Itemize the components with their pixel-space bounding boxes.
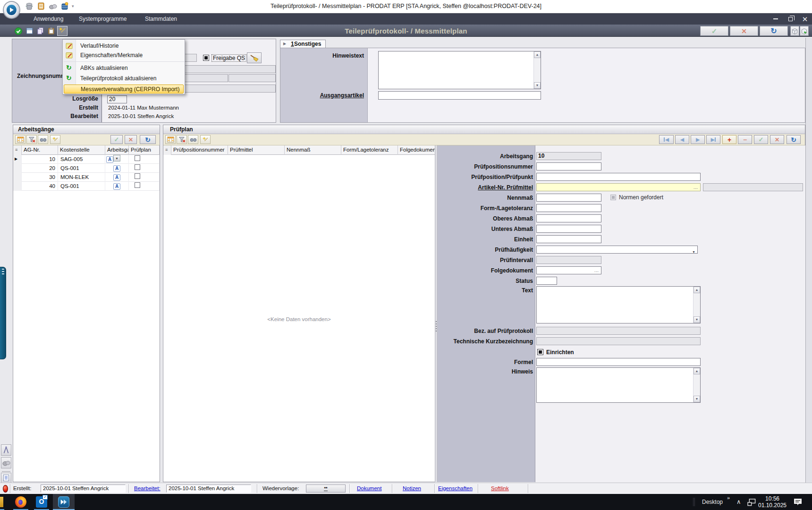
menu-item-teilepruefprotokoll-aktualisieren[interactable]: ↻ Teileprüfprotokoll aktualisieren xyxy=(63,74,185,83)
minimize-button[interactable] xyxy=(769,13,783,25)
hinweistext-textarea[interactable]: ▲ ▼ xyxy=(378,51,541,89)
wiedervorlage-button[interactable]: ** xyxy=(306,484,346,493)
eigenschaften-link[interactable]: Eigenschaften xyxy=(438,485,473,491)
formel-input[interactable] xyxy=(536,358,701,366)
freigabe-qs-checkbox[interactable] xyxy=(203,55,209,61)
statusbar-bearbeitet-link[interactable]: Bearbeitet: xyxy=(134,485,161,491)
add-row-button[interactable]: + xyxy=(722,135,736,144)
notes-tool-button[interactable] xyxy=(1,473,11,483)
table-row[interactable]: 40 QS-001 A xyxy=(13,182,160,191)
search-button[interactable] xyxy=(38,135,48,144)
status-input[interactable] xyxy=(536,277,557,285)
search-button[interactable] xyxy=(188,135,198,144)
ellipsis-icon[interactable]: ... xyxy=(694,184,698,191)
pruefplan-checkbox[interactable] xyxy=(135,173,140,179)
close-button[interactable]: ✕ xyxy=(798,13,812,25)
combo-arrow-icon[interactable]: ▼ xyxy=(692,248,695,254)
table-row[interactable]: 30 MON-ELEK A xyxy=(13,173,160,182)
artikel-nr-pruefmittel-label[interactable]: Artikel-Nr. Prüfmittel xyxy=(440,184,533,191)
right-collapsed-strip[interactable] xyxy=(805,38,812,483)
einrichten-checkbox[interactable] xyxy=(537,349,543,355)
scrollbar[interactable]: ▲ ▼ xyxy=(693,368,700,402)
combo-arrow-icon[interactable]: ▼ xyxy=(113,155,120,162)
desktop-toolbar-label[interactable]: Desktop xyxy=(702,499,723,505)
folgedokument-input[interactable]: ... xyxy=(536,266,601,274)
col-pruefpositionsnummer[interactable]: Prüfpositionsnummer xyxy=(171,145,228,155)
row-confirm-button[interactable]: ✓ xyxy=(110,135,123,144)
collapsed-sidebar-tab[interactable] xyxy=(0,267,6,359)
tray-expand-icon[interactable]: ∧ xyxy=(736,498,741,505)
network-icon[interactable] xyxy=(747,498,757,508)
refresh-rows-button[interactable]: ↻ xyxy=(787,135,801,144)
remove-row-button[interactable]: − xyxy=(738,135,752,144)
pruefplan-checkbox[interactable] xyxy=(135,164,140,170)
form-lagetoleranz-input[interactable] xyxy=(536,204,601,212)
scroll-up-icon[interactable]: ▲ xyxy=(534,51,541,58)
nav-next-button[interactable]: ▶ xyxy=(691,135,705,144)
col-kostenstelle[interactable]: Kostenstelle xyxy=(58,145,105,155)
notification-center-icon[interactable] xyxy=(793,498,803,508)
menu-item-verlauf-historie[interactable]: Verlauf/Historie xyxy=(63,41,185,51)
outlook-icon[interactable]: O✓ xyxy=(36,496,47,508)
col-arbeitsgang[interactable]: Arbeitsgang xyxy=(105,145,129,155)
scroll-up-icon[interactable]: ▲ xyxy=(694,368,700,374)
pruefhaeufigkeit-select[interactable]: ▼ xyxy=(536,246,698,254)
col-ag-nr[interactable]: AG-Nr. xyxy=(22,145,58,155)
table-row[interactable]: ▶ 10 SAG-005 A▼ xyxy=(13,155,160,164)
row-refresh-button[interactable]: ↻ xyxy=(140,135,156,144)
filter-clear-button[interactable] xyxy=(26,135,37,144)
text-a-icon[interactable]: A xyxy=(106,156,113,163)
scrollbar[interactable]: ▲ ▼ xyxy=(533,51,541,89)
arbeitsgang-input[interactable]: 10 xyxy=(536,152,601,160)
zeichnungsindex-field[interactable] xyxy=(228,74,276,82)
grid-view-button[interactable] xyxy=(165,135,176,144)
pruefplan-checkbox[interactable] xyxy=(135,155,140,161)
pruefpositionsnummer-input[interactable] xyxy=(536,162,601,170)
prodat-taskbar-icon[interactable] xyxy=(58,496,69,508)
restore-button[interactable] xyxy=(783,13,797,25)
artikel-nr-pruefmittel-input[interactable]: ... xyxy=(536,183,701,191)
filter-clear-button[interactable] xyxy=(177,135,187,144)
nav-first-button[interactable]: ◀ xyxy=(659,135,674,144)
nennmass-input[interactable] xyxy=(536,194,601,202)
grid-view-button[interactable] xyxy=(15,135,25,144)
prodat-taskbar-active[interactable] xyxy=(53,494,75,510)
col-pruefplan[interactable]: Prüfplan xyxy=(129,145,160,155)
cancel-row-button[interactable]: ✕ xyxy=(770,135,784,144)
ellipsis-icon[interactable]: ... xyxy=(594,267,599,274)
scroll-down-icon[interactable]: ▼ xyxy=(534,82,541,89)
hinweis-textarea[interactable]: ▲ ▼ xyxy=(536,367,701,403)
col-folgedokument[interactable]: Folgedokument xyxy=(398,145,435,155)
pruefplan-checkbox[interactable] xyxy=(135,182,140,188)
menu-item-eigenschaften-merkmale[interactable]: Eigenschaften/Merkmale xyxy=(63,51,185,60)
scrollbar[interactable]: ▲ ▼ xyxy=(693,287,700,323)
clock[interactable]: 10:56 01.10.2025 xyxy=(757,495,787,509)
stones-tool-button[interactable] xyxy=(1,457,11,468)
pruefintervall-input[interactable] xyxy=(536,256,601,264)
scroll-up-icon[interactable]: ▲ xyxy=(694,287,700,293)
menu-item-messwertverwaltung[interactable]: Messwertverwaltung (CERPRO Import) xyxy=(64,85,184,94)
text-a-icon[interactable]: A xyxy=(113,174,120,181)
losgroesse-input[interactable]: 20 xyxy=(107,95,127,103)
clean-button[interactable] xyxy=(247,52,262,63)
col-nennmass[interactable]: Nennmaß xyxy=(285,145,341,155)
text-a-icon[interactable]: A xyxy=(113,165,120,172)
unteres-abmass-input[interactable] xyxy=(536,225,601,233)
softlink-link[interactable]: Softlink xyxy=(491,485,509,491)
normen-gefordert-checkbox[interactable] xyxy=(610,195,616,200)
chevrons-icon[interactable]: » xyxy=(727,495,730,501)
table-row[interactable]: 20 QS-001 A xyxy=(13,164,160,173)
menu-item-abks-aktualisieren[interactable]: ↻ ABKs aktualisieren xyxy=(63,63,185,73)
nav-last-button[interactable]: ▶ xyxy=(706,135,720,144)
dokument-link[interactable]: Dokument xyxy=(357,485,381,491)
ausgangsartikel-input[interactable] xyxy=(378,91,541,100)
confirm-row-button[interactable]: ✓ xyxy=(754,135,768,144)
col-pruefmittel[interactable]: Prüfmittel xyxy=(228,145,285,155)
scroll-down-icon[interactable]: ▼ xyxy=(694,396,700,402)
notizen-link[interactable]: Notizen xyxy=(403,485,421,491)
folder-app-icon[interactable] xyxy=(0,497,3,507)
wizard-button[interactable] xyxy=(50,135,60,144)
scroll-down-icon[interactable]: ▼ xyxy=(694,316,700,323)
oberes-abmass-input[interactable] xyxy=(536,214,601,222)
einheit-input[interactable] xyxy=(536,235,601,243)
